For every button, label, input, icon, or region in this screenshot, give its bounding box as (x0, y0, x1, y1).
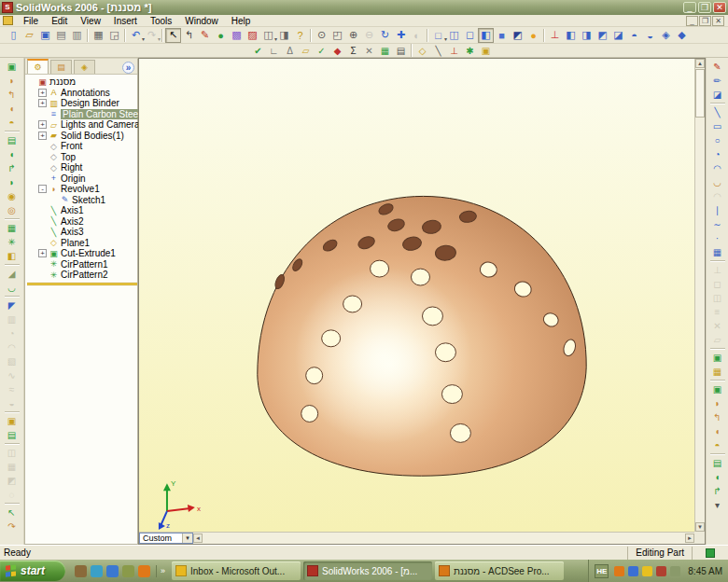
modify-sketch-button[interactable]: ◪ (709, 88, 726, 102)
rollback-bar[interactable] (27, 283, 137, 285)
shaded-button[interactable]: ■ (494, 28, 510, 43)
more-tools-chevron-button[interactable]: ▾ (709, 498, 726, 512)
menu-view[interactable]: View (74, 15, 107, 27)
tree-expander[interactable]: - (38, 185, 47, 193)
3d-scene[interactable]: Yxz (139, 59, 694, 532)
scroll-left-button[interactable]: ◄ (193, 534, 203, 543)
pan-button[interactable]: ✚ (393, 28, 409, 43)
features-flyout-button[interactable]: ▣ (709, 351, 726, 365)
realview-graphics-button[interactable]: ● (525, 28, 541, 43)
tree-item-plain-carbon-steel[interactable]: ≡Plain Carbon Steel (27, 109, 137, 120)
circle-tool-button[interactable]: ○ (709, 133, 726, 147)
revolved-cut-button[interactable]: ◖ (4, 147, 21, 161)
section-view-button[interactable]: ◨ (276, 28, 292, 43)
lofted-cut-button[interactable]: ◗ (4, 175, 21, 189)
messenger-tray-icon[interactable] (628, 566, 638, 576)
display-modes-button[interactable]: ◫ (260, 28, 276, 43)
open-document-button[interactable]: ▱ (21, 28, 37, 43)
dome-hole[interactable] (450, 423, 470, 442)
hidden-lines-removed-button[interactable]: ◻ (462, 28, 478, 43)
dome-hole[interactable] (422, 307, 442, 326)
wireframe-button[interactable]: □ (430, 28, 446, 43)
coordinate-system-button[interactable]: ⊥ (446, 45, 462, 57)
dome-hole[interactable] (441, 385, 462, 404)
reference-plane-button[interactable]: ◇ (414, 45, 430, 57)
vertical-scrollbar[interactable]: ▲ ▼ (694, 59, 705, 532)
tree-item-top[interactable]: ◇Top (27, 152, 137, 163)
edit-color-button[interactable]: ▩ (229, 28, 245, 43)
tree-expander[interactable]: + (38, 120, 47, 129)
swept-boss-2-button[interactable]: ↰ (709, 410, 726, 424)
fastening-feature-button[interactable]: ▣ (4, 414, 21, 428)
extruded-boss-2-button[interactable]: ▣ (709, 382, 726, 396)
tree-item-cut-extrude1[interactable]: +▣Cut-Extrude1 (27, 248, 137, 259)
tab-configurationmanager[interactable]: ◈ (74, 60, 95, 74)
zoom-to-area-button[interactable]: ◰ (329, 28, 345, 43)
linear-pattern-button[interactable]: ▦ (4, 221, 21, 235)
dome-hole[interactable] (435, 343, 455, 362)
controller-icon[interactable] (75, 565, 87, 577)
extruded-cut-2-button[interactable]: ▤ (709, 456, 726, 470)
extruded-boss-button[interactable]: ▣ (4, 60, 21, 74)
vertical-scroll-thumb[interactable] (695, 69, 705, 118)
bottom-view-button[interactable]: ◒ (642, 28, 658, 43)
tangent-arc-button[interactable]: ◡ (709, 175, 726, 189)
dome-hole[interactable] (412, 269, 430, 285)
tab-propertymanager[interactable]: ▤ (50, 60, 72, 74)
centerpoint-arc-button[interactable]: ◠ (709, 161, 726, 175)
dome-hole[interactable] (371, 260, 389, 277)
dome-hole[interactable] (306, 367, 323, 384)
sketch-pattern-button[interactable]: ▦ (709, 245, 726, 259)
scroll-up-button[interactable]: ▲ (695, 59, 705, 68)
menu-edit[interactable]: Edit (45, 15, 74, 27)
sketch-toggle-button[interactable]: ✎ (197, 28, 213, 43)
tree-item-lights-and-cameras[interactable]: +▱Lights and Cameras (27, 119, 137, 131)
rotate-view-button[interactable]: ↻ (377, 28, 393, 43)
print-preview-button[interactable]: ◲ (106, 28, 122, 43)
menu-window[interactable]: Window (178, 15, 225, 27)
restore-button[interactable]: ❐ (698, 2, 711, 13)
language-indicator[interactable]: HE (595, 564, 609, 578)
line-tool-button[interactable]: ╲ (709, 105, 726, 119)
tree-item-revolve1[interactable]: -◗Revolve1 (27, 184, 137, 195)
mate-reference-button[interactable]: ▣ (478, 45, 494, 57)
model-canvas[interactable]: Yxz (139, 59, 694, 532)
menu-tools[interactable]: Tools (144, 15, 178, 27)
tree-item-origin[interactable]: +Origin (27, 173, 137, 185)
draft-button[interactable]: ◢ (4, 267, 21, 281)
acdsee-tray-icon[interactable] (614, 566, 624, 576)
feature-options-button[interactable]: ↷ (4, 520, 21, 534)
curvature-button[interactable]: ✕ (361, 45, 377, 57)
graphics-viewport[interactable]: Yxz ▲ ▼ Custom ▾ ◄ ► (138, 58, 706, 545)
menu-file[interactable]: File (17, 15, 45, 27)
tree-item-axis1[interactable]: ╲Axis1 (27, 205, 137, 216)
3d-sketch-button[interactable]: ✏ (709, 74, 726, 88)
print-button[interactable]: ▦ (91, 28, 106, 43)
front-view-button[interactable]: ◧ (563, 28, 579, 43)
start-button[interactable]: start (0, 561, 65, 581)
panel-expand-button[interactable]: » (122, 62, 134, 74)
close-button[interactable]: ✕ (713, 2, 726, 13)
fillet-button[interactable]: ◤ (4, 298, 21, 312)
mdi-close-button[interactable]: ✕ (712, 16, 724, 26)
reference-point-button[interactable]: ✱ (462, 45, 478, 57)
revolved-cut-2-button[interactable]: ◖ (709, 470, 726, 484)
swept-cut-2-button[interactable]: ↱ (709, 484, 726, 498)
dome-hole[interactable] (301, 406, 318, 423)
document-icon[interactable] (3, 16, 13, 25)
equations-button[interactable]: Σ (345, 45, 361, 57)
section-properties-button[interactable]: ▱ (298, 45, 314, 57)
mdi-restore-button[interactable]: ❐ (699, 16, 711, 26)
save-button[interactable]: ▣ (37, 28, 53, 43)
tree-item-annotations[interactable]: +AAnnotations (27, 88, 137, 99)
help-button[interactable]: ? (292, 28, 308, 43)
spline-button[interactable]: ∼ (709, 217, 726, 231)
horizontal-scrollbar[interactable]: ◄ ► (193, 533, 694, 544)
tree-expander[interactable]: + (38, 89, 47, 97)
tree-item-right[interactable]: ◇Right (27, 162, 137, 173)
revolved-boss-2-button[interactable]: ◗ (709, 396, 726, 410)
perimeter-circle-button[interactable]: ◔ (709, 147, 726, 161)
acdsee-quicklaunch-icon[interactable] (122, 565, 134, 577)
isometric-view-button[interactable]: ◈ (658, 28, 674, 43)
tree-item-plane1[interactable]: ◇Plane1 (27, 238, 137, 249)
